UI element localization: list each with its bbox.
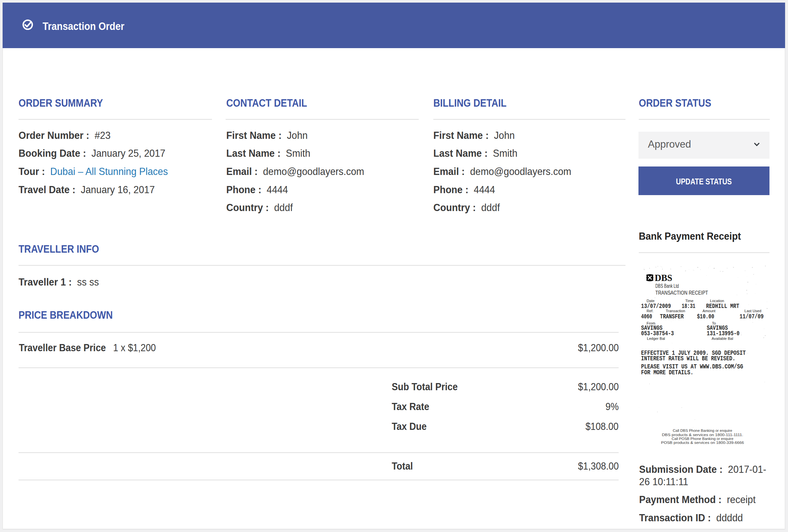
svg-text:4060: 4060 — [641, 313, 652, 320]
svg-text:INTEREST RATES WILL BE REVISED: INTEREST RATES WILL BE REVISED. — [641, 355, 735, 362]
svg-text:DBS Bank Ltd: DBS Bank Ltd — [655, 283, 679, 289]
svg-text:FOR MORE DETAILS.: FOR MORE DETAILS. — [641, 369, 693, 376]
svg-text:Ledger Bal: Ledger Bal — [647, 337, 665, 340]
svg-text:DBS products & services on 180: DBS products & services on 1800-111-1111… — [662, 433, 743, 437]
svg-text:Available Bal: Available Bal — [712, 337, 733, 340]
svg-text:Amount: Amount — [703, 309, 715, 313]
svg-text:TRANSACTION RECEIPT: TRANSACTION RECEIPT — [655, 290, 708, 296]
svg-text:$10.00: $10.00 — [697, 313, 714, 320]
svg-text:053-38754-3: 053-38754-3 — [641, 330, 674, 337]
svg-text:Call DBS Phone Banking or enqu: Call DBS Phone Banking or enquire — [673, 429, 732, 433]
svg-text:Transaction: Transaction — [666, 309, 685, 313]
svg-text:TRANSFER: TRANSFER — [660, 313, 684, 320]
svg-text:Ref.: Ref. — [647, 309, 653, 313]
svg-text:131-13995-0: 131-13995-0 — [707, 330, 740, 337]
svg-text:11/07/09: 11/07/09 — [740, 313, 764, 320]
svg-text:POSB products & services on 18: POSB products & services on 1800-339-666… — [661, 441, 744, 445]
svg-text:DBS: DBS — [655, 272, 672, 283]
svg-text:Call POSB Phone Banking or enq: Call POSB Phone Banking or enquire — [672, 437, 733, 441]
svg-text:Last Used: Last Used — [745, 309, 761, 313]
